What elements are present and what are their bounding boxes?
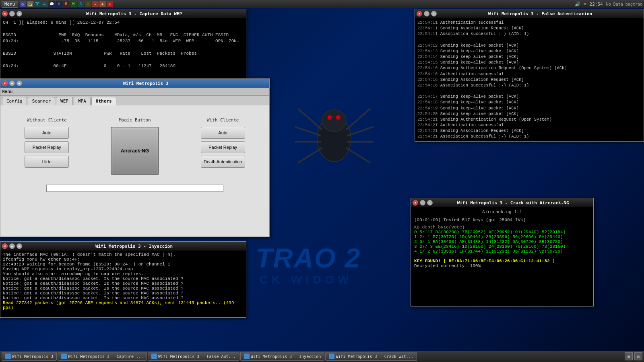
svg-point-5 — [336, 116, 339, 118]
crack-close-btn[interactable]: × — [413, 200, 418, 206]
crack-row-4: 4 1/ 2 87(33536) EF(31744) 11(31232) D6(… — [414, 249, 590, 254]
taskbar-right: 🔊 ⌨ 22:54 No Data bugtrao — [575, 2, 642, 7]
win-main: × − + Wifi Metropolis 3 Menu Config Scan… — [0, 78, 270, 237]
inject-line-1: ifconfig mon0 hw ether 00:4F: — [3, 257, 244, 262]
fa-line-2: 22:54:11 Association successful :-) (AID… — [417, 31, 641, 37]
false-icon — [151, 354, 157, 359]
inject-line-4: You should also start airodump-ng to cap… — [3, 272, 244, 276]
main-max-btn[interactable]: + — [17, 80, 22, 86]
tab-scanner[interactable]: Scanner — [28, 97, 55, 105]
inject-max-btn[interactable]: + — [17, 243, 22, 249]
taskbar-bottom-right: ▦ ▤ — [625, 352, 642, 360]
wep-content: Without Cliente Auto Packet Replay Hirte… — [0, 105, 269, 236]
capture-row1: 00:24: -75 35 1115 25237 66 1 54e WEP WE… — [3, 38, 244, 44]
wifi3-icon[interactable]: ⚡ — [85, 1, 91, 7]
inject-line-7: Notice: got a deauth/disassoc packet. Is… — [3, 286, 244, 291]
browser-icon[interactable]: IE — [34, 1, 41, 7]
vnc-icon[interactable]: R — [63, 1, 70, 7]
tab-others[interactable]: Others — [91, 97, 116, 105]
red-icon[interactable]: ★ — [92, 1, 99, 7]
chat2-icon[interactable]: V — [56, 1, 62, 7]
wm3-icon — [5, 354, 11, 359]
taskbar-btn-wm3[interactable]: Wifi Metropolis 3 — [2, 352, 57, 361]
taskbar-btn-wm3-label: Wifi Metropolis 3 — [12, 354, 53, 359]
wifi1-icon[interactable]: W — [70, 1, 77, 7]
crack-max-btn[interactable]: + — [427, 200, 433, 206]
wep-grid: Without Cliente Auto Packet Replay Hirte… — [4, 117, 265, 175]
inject-close-btn[interactable]: × — [2, 243, 8, 249]
progress-bar — [46, 185, 223, 192]
packet-replay1-button[interactable]: Packet Replay — [25, 141, 69, 153]
aircrack-ng-button[interactable]: Aircrack-NG — [111, 127, 159, 175]
capture-row2: 00:24: 00:4F: 0 0 - 1 11247 264189 — [3, 63, 244, 69]
fa-line-18: 22:54:21 Association successful :-) (AID… — [417, 134, 641, 139]
main-close-btn[interactable]: × — [2, 80, 8, 86]
svg-line-7 — [295, 127, 321, 136]
crack-row-1: 1 2/ 1 57(30720) 1D(30464) 38(29696) 56(… — [414, 234, 590, 239]
wifi2-icon[interactable]: S — [78, 1, 84, 7]
inject-terminal: The interface MAC (00:1A: ) doesn't matc… — [0, 251, 246, 317]
crack-title: Wifi Metropolis 3 - Crack with Aircrack-… — [434, 200, 592, 206]
false-auth-min-btn[interactable]: − — [424, 11, 429, 16]
fa-blank2 — [417, 88, 641, 94]
capture-max-btn[interactable]: + — [17, 11, 22, 16]
orange-icon[interactable]: ◆ — [99, 1, 106, 7]
menu-button[interactable]: Menu — [2, 1, 18, 8]
capture-icon — [61, 354, 67, 359]
inject-line-0: The interface MAC (00:1A: ) doesn't matc… — [3, 252, 244, 257]
capture-close-btn[interactable]: × — [2, 11, 8, 16]
crack-tested: [00:01:00] Tested 517 keys (got 25004 IV… — [414, 218, 590, 222]
crack-titlebar: × − + Wifi Metropolis 3 - Crack with Air… — [411, 198, 593, 207]
main-min-btn[interactable]: − — [9, 80, 15, 86]
taskbar-btn-inject[interactable]: Wifi Metropolis 3 - Inyeccion — [240, 352, 325, 361]
without-cliente-title: Without Cliente — [27, 117, 67, 123]
capture-min-btn[interactable]: − — [9, 11, 15, 16]
capture-title: Wifi Metropolis 3 - Capture Data WEP — [24, 11, 244, 16]
crack-header: Aircrack-ng 1.1 — [414, 210, 590, 214]
win-inject: × − + Wifi Metropolis 3 - Inyeccion The … — [0, 241, 246, 318]
false-auth-close-btn[interactable]: × — [417, 11, 422, 16]
capture-blank2 — [3, 45, 244, 51]
auto1-button[interactable]: Auto — [25, 127, 69, 139]
inject-line-6: Notice: got a deauth/disassoc packet. Is… — [3, 281, 244, 286]
config-icon[interactable]: ⚙ — [20, 1, 26, 7]
hirte-button[interactable]: Hirte — [25, 156, 69, 168]
inject-line-10: Read 227342 packets (got 25796 ARP reque… — [3, 300, 244, 310]
taskbar-btn-crack-label: Wifi Metropolis 3 - Crack wit... — [336, 354, 413, 359]
capture-terminal: CH 1 ][ Elapsed: 6 mins ][ 2012-12-07 22… — [0, 18, 246, 79]
fa-line-5: 22:54:14 Sending keep-alive packet [ACK] — [417, 54, 641, 60]
crack-key-found: KEY FOUND! [ BF:8A:71:06:BF:E4:06:26:D6:… — [414, 259, 590, 263]
grid-view-btn2[interactable]: ▤ — [634, 352, 642, 360]
mail-icon[interactable]: ✉ — [41, 1, 48, 7]
inject-line-8: Notice: got a deauth/disassoc packet. Is… — [3, 291, 244, 296]
death-auth-button[interactable]: Death Autentication — [201, 156, 245, 168]
crack-min-btn[interactable]: − — [420, 200, 425, 206]
tab-wep[interactable]: WEP — [56, 97, 73, 105]
taskbar-btn-false[interactable]: Wifi Metropolis 3 - False Aut... — [148, 352, 239, 361]
auto2-button[interactable]: Auto — [201, 127, 245, 139]
capture-blank3 — [3, 57, 244, 63]
taskbar-btn-capture[interactable]: Wifi Metropolis 3 - Capture ... — [58, 352, 147, 361]
menu-menu-item[interactable]: Menu — [2, 89, 13, 94]
capture-headers-station: BSSID STATION PWR Rate Lost Packets Prob… — [3, 51, 244, 57]
fa-line-14: 22:54:20 Sending keep-alive packet [ACK] — [417, 111, 641, 117]
capture-line1: CH 1 ][ Elapsed: 6 mins ][ 2012-12-07 22… — [3, 20, 244, 26]
packet-replay2-button[interactable]: Packet Replay — [201, 141, 245, 153]
chat1-icon[interactable]: 💬 — [49, 1, 55, 7]
tab-config[interactable]: Config — [2, 97, 27, 105]
taskbar-btn-crack[interactable]: Wifi Metropolis 3 - Crack wit... — [325, 352, 417, 361]
red2-icon[interactable]: ● — [107, 1, 113, 7]
files-icon[interactable]: 🗂 — [27, 1, 33, 7]
fa-line-8: 22:54:16 Authentication successful — [417, 71, 641, 77]
svg-line-9 — [298, 148, 322, 163]
grid-view-btn1[interactable]: ▦ — [625, 352, 633, 360]
tab-wpa[interactable]: WPA — [74, 97, 91, 105]
fa-line-6: 22:54:15 Sending keep-alive packet [ACK] — [417, 60, 641, 65]
inject-min-btn[interactable]: − — [9, 243, 15, 249]
false-auth-max-btn[interactable]: + — [431, 11, 437, 16]
taskbar-icons: ⚙ 🗂 IE ✉ 💬 V R W S ⚡ ★ ◆ ● — [20, 1, 113, 7]
with-cliente-col: With Cliente Auto Packet Replay Death Au… — [180, 117, 265, 175]
fa-blank1 — [417, 37, 641, 43]
status-text: No Data bugtrao — [606, 2, 642, 6]
capture-blank1 — [3, 26, 244, 32]
